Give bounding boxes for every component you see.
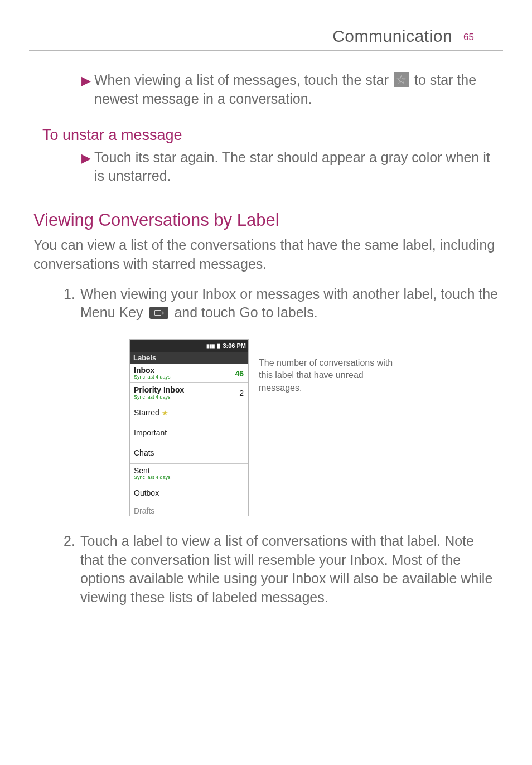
bullet-text: Touch its star again. The star should ap…	[94, 148, 499, 186]
bullet-text: When viewing a list of messages, touch t…	[94, 71, 499, 109]
signal-icon: ▮▮▮	[206, 343, 215, 349]
label-row-inbox[interactable]: Inbox Sync last 4 days 46	[130, 364, 248, 383]
label-name: Starred	[134, 409, 159, 417]
label-sync-text: Sync last 4 days	[134, 475, 171, 481]
label-name: Inbox	[134, 366, 171, 375]
step-2: 2. Touch a label to view a list of conve…	[64, 532, 499, 607]
paragraph-view-labels: You can view a list of the conversations…	[33, 236, 499, 274]
figure-labels-screenshot: ▮▮▮ ▮ 3:06 PM Labels Inbox Sync last 4 d…	[33, 339, 499, 516]
label-row-chats[interactable]: Chats	[130, 443, 248, 463]
label-name: Drafts	[134, 507, 154, 515]
bullet-star-message: ▶ When viewing a list of messages, touch…	[81, 71, 499, 109]
label-sync-text: Sync last 4 days	[134, 375, 171, 380]
step-body: When viewing your Inbox or messages with…	[80, 285, 499, 323]
triangle-bullet-icon: ▶	[81, 150, 91, 188]
label-count: 2	[239, 389, 244, 398]
page-header: Communication 65	[29, 0, 503, 51]
menu-key-label: Menu Key	[80, 304, 143, 320]
phone-frame: ▮▮▮ ▮ 3:06 PM Labels Inbox Sync last 4 d…	[129, 339, 249, 516]
label-row-priority[interactable]: Priority Inbox Sync last 4 days 2	[130, 383, 248, 403]
step-index: 2.	[64, 532, 80, 607]
step-1: 1. When viewing your Inbox or messages w…	[64, 285, 499, 323]
page-number: 65	[463, 32, 474, 43]
star-icon: ★	[162, 409, 168, 417]
go-to-labels-label: Go to labels	[239, 304, 313, 320]
label-name: Important	[134, 429, 167, 437]
label-row-important[interactable]: Important	[130, 423, 248, 443]
step-index: 1.	[64, 285, 80, 323]
label-row-drafts[interactable]: Drafts	[130, 503, 248, 515]
menu-key-icon	[149, 307, 168, 319]
text-fragment: .	[314, 304, 318, 320]
label-name: Outbox	[134, 489, 159, 497]
callout-line	[326, 367, 352, 367]
battery-icon: ▮	[217, 342, 220, 350]
label-name: Chats	[134, 449, 154, 457]
label-name: Sent	[134, 467, 171, 475]
triangle-bullet-icon: ▶	[81, 72, 91, 110]
label-row-sent[interactable]: Sent Sync last 4 days	[130, 464, 248, 483]
text-fragment: When viewing a list of messages, touch t…	[94, 72, 393, 88]
labels-header: Labels	[130, 352, 248, 364]
callout-text: The number of conversations with this la…	[259, 357, 403, 516]
label-sync-text: Sync last 4 days	[134, 395, 184, 400]
heading-unstar: To unstar a message	[42, 127, 499, 144]
text-fragment: and touch	[171, 304, 240, 320]
label-name: Priority Inbox	[134, 386, 184, 394]
heading-view-labels: Viewing Conversations by Label	[33, 210, 499, 230]
status-bar: ▮▮▮ ▮ 3:06 PM	[130, 340, 248, 352]
label-row-outbox[interactable]: Outbox	[130, 483, 248, 503]
header-title: Communication	[332, 27, 452, 46]
status-time: 3:06 PM	[223, 342, 246, 349]
label-row-starred[interactable]: Starred ★	[130, 403, 248, 423]
step-body: Touch a label to view a list of conversa…	[80, 532, 499, 607]
star-icon	[394, 72, 409, 87]
bullet-unstar: ▶ Touch its star again. The star should …	[81, 148, 499, 186]
page-content: ▶ When viewing a list of messages, touch…	[0, 51, 532, 607]
text-fragment: When viewing your Inbox or messages with…	[80, 286, 498, 302]
label-count: 46	[235, 369, 244, 378]
